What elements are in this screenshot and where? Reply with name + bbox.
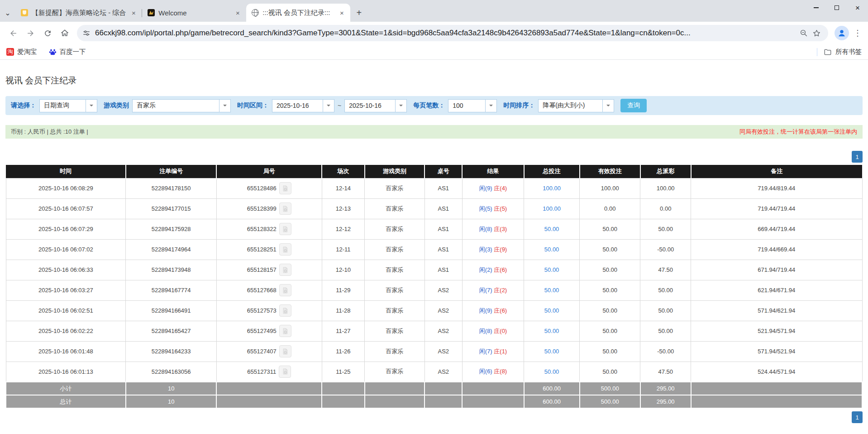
table-row: 2025-10-16 06:01:48522894164233655127407… (6, 341, 862, 362)
video-replay-button[interactable] (279, 203, 291, 215)
round-id-text: 655128322 (247, 226, 277, 232)
summary-row: 小计10600.00500.00295.00 (6, 382, 862, 395)
bet-id-cell: 522894178150 (126, 178, 217, 198)
chevron-down-icon[interactable] (219, 100, 230, 112)
total-bet-link[interactable]: 50.00 (544, 368, 559, 375)
video-replay-button[interactable] (279, 366, 291, 378)
result-cell: 闲(2) 庄(6) (462, 260, 524, 280)
bookmark-star-button[interactable] (810, 27, 823, 39)
chevron-down-icon[interactable] (395, 100, 406, 112)
video-replay-icon (281, 185, 289, 192)
tab-search-chevron-icon[interactable]: ⌄ (0, 4, 15, 22)
video-replay-button[interactable] (279, 325, 291, 337)
video-replay-button[interactable] (279, 284, 291, 296)
browser-toolbar: 66cxkj98.com/ipl/portal.php/game/betreco… (0, 22, 868, 44)
bookmark-taobao[interactable]: 淘 爱淘宝 (6, 48, 37, 56)
tab-favicon-icon (148, 9, 155, 16)
video-replay-button[interactable] (279, 182, 291, 194)
video-replay-button[interactable] (279, 345, 291, 357)
tab-close-icon[interactable]: × (129, 9, 138, 17)
total-bet-link[interactable]: 50.00 (544, 328, 559, 334)
chevron-down-icon[interactable] (485, 100, 496, 112)
browser-tab[interactable]: Welcome× (142, 4, 246, 22)
total-bet-cell: 50.00 (524, 321, 580, 341)
total-bet-cell: 50.00 (524, 239, 580, 260)
summary-cell (424, 395, 462, 408)
date-to-value: 2025-10-16 (345, 100, 395, 112)
bookmark-label: 爱淘宝 (17, 48, 37, 56)
total-bet-link[interactable]: 50.00 (544, 348, 559, 355)
browser-menu-button[interactable]: ⋮ (852, 27, 863, 39)
summary-cell (365, 395, 424, 408)
chevron-down-icon[interactable] (86, 100, 97, 112)
maximize-button[interactable] (826, 0, 847, 15)
column-header: 局号 (216, 165, 322, 178)
round-id-text: 655128251 (247, 246, 277, 253)
url-text[interactable]: 66cxkj98.com/ipl/portal.php/game/betreco… (95, 29, 797, 38)
session-cell: 12-14 (322, 178, 365, 198)
tab-close-icon[interactable]: × (234, 9, 242, 17)
bookmark-baidu[interactable]: 百度一下 (49, 48, 86, 56)
summary-row: 总计10600.00500.00295.00 (6, 395, 862, 408)
time-cell: 2025-10-16 06:01:48 (6, 341, 126, 362)
close-window-button[interactable]: × (847, 0, 868, 15)
round-id-cell: 655127573 (216, 300, 322, 321)
chevron-down-icon[interactable] (602, 100, 614, 112)
video-replay-button[interactable] (279, 243, 291, 256)
date-from-input[interactable]: 2025-10-16 (272, 99, 334, 112)
total-bet-link[interactable]: 50.00 (544, 246, 559, 253)
tab-close-icon[interactable]: × (338, 9, 346, 17)
total-bet-link[interactable]: 50.00 (544, 287, 559, 294)
sort-select[interactable]: 降幂(由大到小) (538, 99, 614, 112)
search-button[interactable]: 查询 (620, 99, 647, 112)
date-to-input[interactable]: 2025-10-16 (344, 99, 407, 112)
address-bar[interactable]: 66cxkj98.com/ipl/portal.php/game/betreco… (77, 25, 828, 41)
page-1-button[interactable]: 1 (852, 411, 863, 423)
home-icon (60, 29, 69, 38)
column-header: 场次 (322, 165, 365, 178)
result-player: 闲(8) (479, 328, 492, 334)
all-bookmarks-button[interactable]: 所有书签 (824, 48, 862, 56)
zoom-indicator-button[interactable] (797, 27, 810, 39)
total-bet-link[interactable]: 100.00 (543, 205, 561, 212)
page-size-select[interactable]: 100 (448, 99, 497, 112)
maximize-icon (835, 5, 839, 10)
profile-avatar[interactable] (835, 26, 849, 40)
browser-tab[interactable]: 【新提醒】海燕策略论坛 - 综合× (15, 4, 142, 22)
time-cell: 2025-10-16 06:06:33 (6, 260, 126, 280)
result-player: 闲(7) (479, 348, 492, 355)
browser-tab[interactable]: :::视讯 会员下注纪录:::× (246, 4, 350, 22)
video-replay-button[interactable] (279, 264, 291, 276)
video-replay-button[interactable] (279, 304, 291, 317)
reload-button[interactable] (39, 24, 56, 42)
bookmark-label: 百度一下 (60, 48, 86, 56)
chevron-down-icon[interactable] (323, 100, 334, 112)
minimize-icon (814, 7, 819, 8)
total-bet-link[interactable]: 50.00 (544, 266, 559, 273)
tab-title: :::视讯 会员下注纪录::: (262, 9, 334, 17)
round-id-cell: 655128251 (216, 239, 322, 260)
page-1-button[interactable]: 1 (852, 151, 863, 163)
query-type-select[interactable]: 日期查询 (39, 99, 97, 112)
total-bet-link[interactable]: 50.00 (544, 226, 559, 232)
forward-button[interactable] (22, 24, 39, 42)
column-header: 游戏类别 (365, 165, 424, 178)
table-no-cell: AS2 (424, 341, 462, 362)
game-type-select[interactable]: 百家乐 (132, 99, 231, 112)
back-button[interactable] (5, 24, 22, 42)
time-cell: 2025-10-16 06:08:29 (6, 178, 126, 198)
bet-id-cell: 522894166491 (126, 300, 217, 321)
new-tab-button[interactable]: + (352, 6, 366, 19)
total-bet-link[interactable]: 100.00 (543, 185, 561, 192)
time-cell: 2025-10-16 06:07:57 (6, 198, 126, 219)
minimize-button[interactable] (806, 0, 826, 15)
result-banker: 庄(5) (494, 205, 507, 212)
video-replay-button[interactable] (279, 223, 291, 235)
summary-cell: 600.00 (524, 395, 580, 408)
total-bet-link[interactable]: 50.00 (544, 307, 559, 314)
game-type-cell: 百家乐 (365, 219, 424, 239)
site-settings-icon[interactable] (82, 29, 91, 37)
home-button[interactable] (56, 24, 73, 42)
back-arrow-icon (9, 29, 18, 38)
page-title: 视讯 会员下注纪录 (5, 75, 868, 87)
